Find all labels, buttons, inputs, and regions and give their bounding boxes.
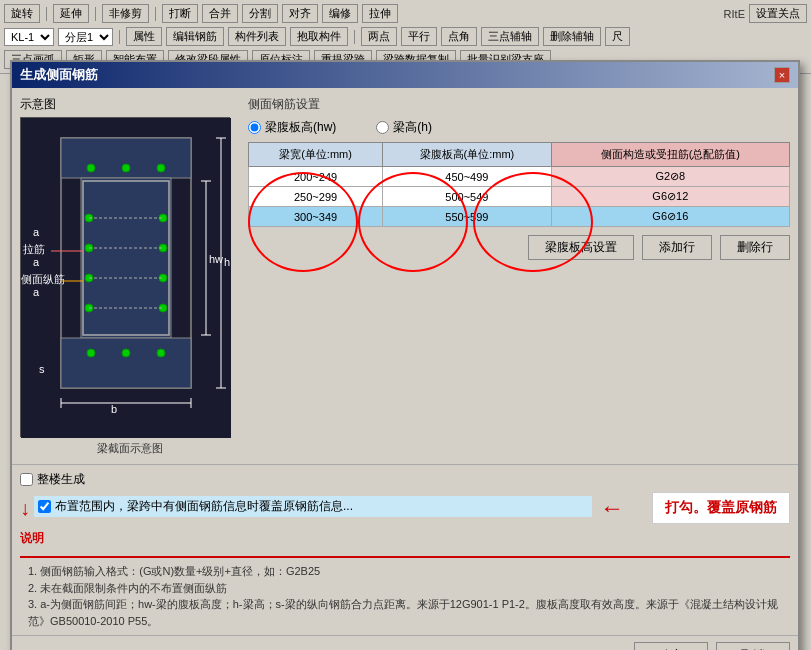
beam-diagram-box: hw h a a a s b [20,117,230,437]
diagram-caption: 梁截面示意图 [20,441,240,456]
whole-floor-label: 整楼生成 [37,471,85,488]
sep4 [119,30,120,44]
stretch-btn[interactable]: 拉伸 [362,4,398,23]
svg-text:a: a [33,286,40,298]
confirm-btn[interactable]: 确定 [634,642,708,650]
cell-hw-2: 500~549 [383,187,552,207]
toolbar-row-1: 旋转 延伸 非修剪 打断 合并 分割 对齐 编修 拉伸 RItE 设置关点 [4,2,807,25]
down-arrow-icon: ↓ [20,497,30,520]
svg-rect-3 [81,178,171,338]
whole-floor-checkbox[interactable] [20,473,33,486]
left-arrow-icon: ← [600,494,624,522]
table-header-row: 梁宽(单位:mm) 梁腹板高(单位:mm) 侧面构造或受扭筋(总配筋值) [249,143,790,167]
table-row-3[interactable]: 300~349 550~599 G6⊘16 [249,207,790,227]
svg-rect-4 [61,338,191,388]
svg-text:侧面纵筋: 侧面纵筋 [21,273,65,285]
cell-config-2: G6⊘12 [551,187,789,207]
edit-rebar-btn[interactable]: 编辑钢筋 [166,27,224,46]
radio-h-input[interactable] [376,121,389,134]
table-actions: 梁腹板高设置 添加行 删除行 [248,235,790,260]
three-point-aux-btn[interactable]: 三点辅轴 [481,27,539,46]
svg-text:a: a [33,256,40,268]
svg-point-16 [87,349,95,357]
two-point-btn[interactable]: 两点 [361,27,397,46]
col-header-width: 梁宽(单位:mm) [249,143,383,167]
pick-component-btn[interactable]: 抱取构件 [290,27,348,46]
cover-rebar-checkbox-row: 布置范围内，梁跨中有侧面钢筋信息时覆盖原钢筋信息... [34,496,592,517]
break-btn[interactable]: 打断 [162,4,198,23]
settings-panel: 侧面钢筋设置 梁腹板高(hw) 梁高(h) 梁宽(单位:mm) [248,96,790,456]
ruler-btn[interactable]: 尺 [605,27,630,46]
notes-title: 说明 [20,530,790,561]
point-angle-btn[interactable]: 点角 [441,27,477,46]
toolbar-row-2: KL-1 分层1 属性 编辑钢筋 构件列表 抱取构件 两点 平行 点角 三点辅轴… [4,25,807,48]
diagram-panel: 示意图 [20,96,240,456]
edit-btn[interactable]: 编修 [322,4,358,23]
svg-text:b: b [111,403,117,415]
cover-rebar-checkbox[interactable] [38,500,51,513]
delete-aux-btn[interactable]: 删除辅轴 [543,27,601,46]
cell-config-3: G6⊘16 [551,207,789,227]
whole-floor-checkbox-row: 整楼生成 [20,471,790,488]
radio-hw-input[interactable] [248,121,261,134]
dialog-title: 生成侧面钢筋 [20,66,98,84]
col-header-hw: 梁腹板高(单位:mm) [383,143,552,167]
radio-hw[interactable]: 梁腹板高(hw) [248,119,336,136]
generate-side-rebar-dialog: 生成侧面钢筋 × 示意图 [10,60,800,650]
table-row-2[interactable]: 250~299 500~549 G6⊘12 [249,187,790,207]
cell-hw-3: 550~599 [383,207,552,227]
property-btn[interactable]: 属性 [126,27,162,46]
cell-config-1: G2⊘8 [551,167,789,187]
sep1 [46,7,47,21]
parallel-btn[interactable]: 平行 [401,27,437,46]
table-container: 梁宽(单位:mm) 梁腹板高(单位:mm) 侧面构造或受扭筋(总配筋值) 200… [248,142,790,227]
beam-diagram-svg: hw h a a a s b [21,118,231,438]
rebar-table: 梁宽(单位:mm) 梁腹板高(单位:mm) 侧面构造或受扭筋(总配筋值) 200… [248,142,790,227]
svg-point-17 [122,349,130,357]
sep2 [95,7,96,21]
component-list-btn[interactable]: 构件列表 [228,27,286,46]
radio-hw-label: 梁腹板高(hw) [265,119,336,136]
table-row-1[interactable]: 200~249 450~499 G2⊘8 [249,167,790,187]
slab-height-settings-btn[interactable]: 梁腹板高设置 [528,235,634,260]
sep5 [354,30,355,44]
non-trim-btn[interactable]: 非修剪 [102,4,149,23]
cell-width-1: 200~249 [249,167,383,187]
dialog-footer: 确定 取消 [12,635,798,650]
radio-h[interactable]: 梁高(h) [376,119,432,136]
rotate-btn[interactable]: 旋转 [4,4,40,23]
svg-point-6 [122,164,130,172]
rebar-mode-radio-group: 梁腹板高(hw) 梁高(h) [248,119,790,136]
bottom-section: 整楼生成 ↓ 布置范围内，梁跨中有侧面钢筋信息时覆盖原钢筋信息... ← 打勾。… [12,464,798,635]
extend-btn[interactable]: 延伸 [53,4,89,23]
beam-select[interactable]: KL-1 [4,28,54,46]
notes-section: 说明 1. 侧面钢筋输入格式：(G或N)数量+级别+直径，如：G2B25 2. … [20,530,790,629]
radio-h-label: 梁高(h) [393,119,432,136]
svg-text:h: h [224,256,230,268]
align-btn[interactable]: 对齐 [282,4,318,23]
cell-width-2: 250~299 [249,187,383,207]
note-1: 1. 侧面钢筋输入格式：(G或N)数量+级别+直径，如：G2B25 [20,563,790,580]
settings-title: 侧面钢筋设置 [248,96,790,113]
layer-select[interactable]: 分层1 [58,28,113,46]
merge-btn[interactable]: 合并 [202,4,238,23]
cell-hw-1: 450~499 [383,167,552,187]
svg-text:a: a [33,226,40,238]
cover-rebar-row: ↓ 布置范围内，梁跨中有侧面钢筋信息时覆盖原钢筋信息... ← 打勾。覆盖原钢筋 [20,492,790,524]
svg-point-18 [157,349,165,357]
cancel-btn[interactable]: 取消 [716,642,790,650]
svg-text:拉筋: 拉筋 [23,243,45,255]
delete-row-btn[interactable]: 删除行 [720,235,790,260]
split-btn[interactable]: 分割 [242,4,278,23]
dialog-body: 示意图 [12,88,798,464]
add-row-btn[interactable]: 添加行 [642,235,712,260]
diagram-label: 示意图 [20,96,240,113]
cell-width-3: 300~349 [249,207,383,227]
cover-rebar-label: 布置范围内，梁跨中有侧面钢筋信息时覆盖原钢筋信息... [55,498,353,515]
rite-label: RItE [724,8,745,20]
annotation-box: 打勾。覆盖原钢筋 [652,492,790,524]
svg-point-7 [157,164,165,172]
dialog-close-btn[interactable]: × [774,67,790,83]
note-2: 2. 未在截面限制条件内的不布置侧面纵筋 [20,580,790,597]
settings-btn[interactable]: 设置关点 [749,4,807,23]
